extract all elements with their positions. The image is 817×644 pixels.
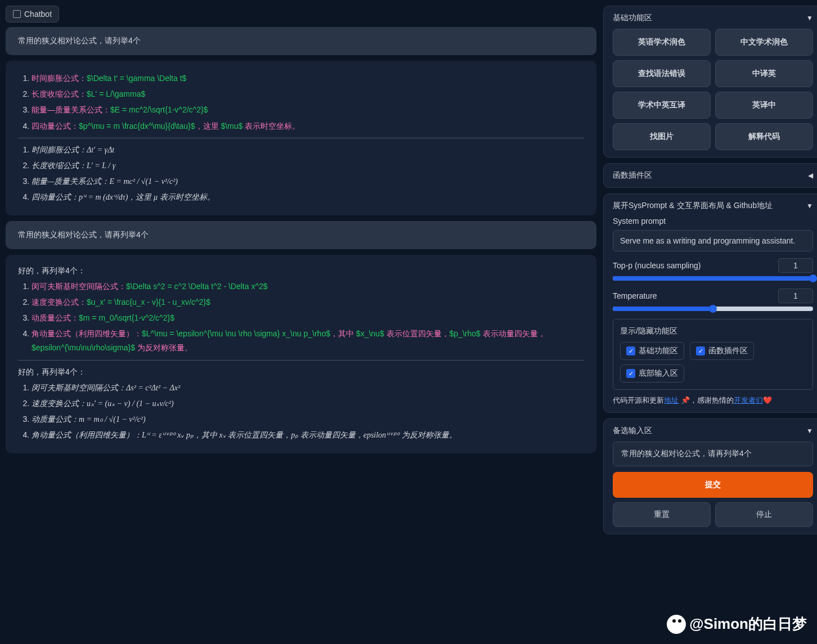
hide-group: 显示/隐藏功能区 ✓基础功能区 ✓函数插件区 ✓底部输入区 (613, 319, 813, 390)
topp-label: Top-p (nucleus sampling) (613, 261, 701, 270)
credits-link-devs[interactable]: 开发者们 (734, 396, 763, 404)
panel-basic-header[interactable]: 基础功能区 ▼ (613, 13, 813, 23)
chevron-down-icon: ▼ (806, 202, 813, 210)
bot2-intro: 好的，再列举4个： (18, 264, 584, 278)
user-message-text: 常用的狭义相对论公式，请列举4个 (18, 36, 141, 45)
btn-chn-polish[interactable]: 中文学术润色 (715, 29, 813, 56)
panel-alt-header[interactable]: 备选输入区 ▼ (613, 426, 813, 436)
list-item: 长度收缩公式：L′ = L / γ (32, 159, 584, 173)
submit-button[interactable]: 提交 (613, 472, 813, 498)
reset-button[interactable]: 重置 (613, 502, 711, 527)
list-item: 能量—质量关系公式：E = mc² / √(1 − v²/c²) (32, 174, 584, 188)
temp-label: Temperature (613, 291, 657, 300)
list-item: 角动量公式（利用四维矢量）：$L^\mu = \epsilon^{\mu \nu… (32, 327, 584, 355)
panel-expand-header[interactable]: 展开SysPrompt & 交互界面布局 & Github地址 ▼ (613, 201, 813, 211)
divider (18, 360, 584, 361)
bot1-raw-list: 时间膨胀公式：$\Delta t' = \gamma \Delta t$ 长度收… (18, 71, 584, 133)
temp-value[interactable]: 1 (778, 289, 813, 303)
bot2-intro2: 好的，再列举4个： (18, 365, 584, 379)
checkbox-icon: ✓ (626, 346, 635, 355)
topp-slider[interactable] (613, 276, 813, 281)
panel-expand: 展开SysPrompt & 交互界面布局 & Github地址 ▼ System… (603, 193, 817, 413)
system-prompt-label: System prompt (613, 217, 813, 226)
list-item: 动质量公式：$m = m_0/\sqrt{1-v^2/c^2}$ (32, 311, 584, 325)
btn-grammar[interactable]: 查找语法错误 (613, 60, 711, 87)
system-prompt-value: Serve me as a writing and programming as… (620, 236, 795, 245)
topp-row: Top-p (nucleus sampling) 1 (613, 258, 813, 281)
heart-icon: ❤️ (763, 396, 772, 404)
list-item: 闵可夫斯基时空间隔公式：$\Delta s^2 = c^2 \Delta t^2… (32, 280, 584, 294)
hide-title: 显示/隐藏功能区 (620, 326, 806, 336)
list-item: 闵可夫斯基时空间隔公式：Δs² = c²Δt² − Δx² (32, 381, 584, 395)
basic-buttons-grid: 英语学术润色 中文学术润色 查找语法错误 中译英 学术中英互译 英译中 找图片 … (613, 29, 813, 150)
tab-label: Chatbot (24, 10, 52, 19)
divider (18, 138, 584, 138)
chevron-down-icon: ▼ (806, 14, 813, 22)
chat-icon (13, 10, 21, 18)
btn-eng-to-chn[interactable]: 英译中 (715, 92, 813, 119)
panel-alt-input: 备选输入区 ▼ 常用的狭义相对论公式，请再列举4个 提交 重置 停止 (603, 418, 817, 534)
list-item: 四动量公式：pᵘ = m (dxᵘ/dτ)，这里 μ 表示时空坐标。 (32, 190, 584, 204)
bot2-rendered-list: 闵可夫斯基时空间隔公式：Δs² = c²Δt² − Δx² 速度变换公式：uₓ′… (18, 381, 584, 443)
list-item: 速度变换公式：$u_x' = \frac{u_x - v}{1 - u_xv/c… (32, 295, 584, 309)
btn-eng-polish[interactable]: 英语学术润色 (613, 29, 711, 56)
chk-plugin[interactable]: ✓函数插件区 (690, 342, 754, 360)
panel-basic-title: 基础功能区 (613, 13, 652, 23)
panel-alt-title: 备选输入区 (613, 426, 652, 436)
list-item: 能量—质量关系公式：$E = mc^2/\sqrt{1-v^2/c^2}$ (32, 103, 584, 117)
checkbox-icon: ✓ (696, 346, 705, 355)
list-item: 时间膨胀公式：$\Delta t' = \gamma \Delta t$ (32, 71, 584, 85)
pushpin-icon: 📌 (681, 396, 690, 404)
chk-bottom-input[interactable]: ✓底部输入区 (620, 364, 684, 382)
panel-plugin: 函数插件区 ◀ (603, 163, 817, 188)
temp-slider[interactable] (613, 307, 813, 311)
bot1-rendered-list: 时间膨胀公式：Δt′ = γΔt 长度收缩公式：L′ = L / γ 能量—质量… (18, 143, 584, 205)
list-item: 时间膨胀公式：Δt′ = γΔt (32, 143, 584, 157)
panel-expand-title: 展开SysPrompt & 交互界面布局 & Github地址 (613, 201, 773, 211)
user-message-1: 常用的狭义相对论公式，请列举4个 (6, 27, 596, 55)
panel-plugin-title: 函数插件区 (613, 170, 652, 181)
bot-message-1: 时间膨胀公式：$\Delta t' = \gamma \Delta t$ 长度收… (6, 61, 596, 215)
chevron-left-icon: ◀ (808, 172, 813, 179)
chevron-down-icon: ▼ (806, 427, 813, 435)
alt-input[interactable]: 常用的狭义相对论公式，请再列举4个 (613, 442, 813, 466)
list-item: 动质量公式：m = m₀ / √(1 − v²/c²) (32, 412, 584, 426)
list-item: 速度变换公式：uₓ′ = (uₓ − v) / (1 − uₓv/c²) (32, 397, 584, 411)
temp-row: Temperature 1 (613, 289, 813, 311)
tab-chatbot[interactable]: Chatbot (6, 6, 59, 22)
bot2-raw-list: 闵可夫斯基时空间隔公式：$\Delta s^2 = c^2 \Delta t^2… (18, 280, 584, 355)
panel-basic: 基础功能区 ▼ 英语学术润色 中文学术润色 查找语法错误 中译英 学术中英互译 … (603, 6, 817, 157)
system-prompt-input[interactable]: Serve me as a writing and programming as… (613, 230, 813, 251)
topp-value[interactable]: 1 (778, 258, 813, 273)
list-item: 四动量公式：$p^\mu = m \frac{dx^\mu}{d\tau}$，这… (32, 119, 584, 133)
stop-button[interactable]: 停止 (715, 502, 813, 527)
btn-find-image[interactable]: 找图片 (613, 123, 711, 150)
user-message-2: 常用的狭义相对论公式，请再列举4个 (6, 221, 596, 249)
list-item: 长度收缩公式：$L' = L/\gamma$ (32, 87, 584, 101)
credits-line: 代码开源和更新地址 📌，感谢热情的开发者们❤️ (613, 395, 813, 406)
chk-basic[interactable]: ✓基础功能区 (620, 342, 684, 360)
user-message-text: 常用的狭义相对论公式，请再列举4个 (18, 230, 149, 239)
panel-plugin-header[interactable]: 函数插件区 ◀ (613, 170, 813, 181)
alt-input-value: 常用的狭义相对论公式，请再列举4个 (621, 449, 752, 458)
list-item: 角动量公式（利用四维矢量）：Lᵘ = εᵘᵛᵖᵒ xᵥ pₚ，其中 xᵥ 表示位… (32, 428, 584, 442)
bot-message-2: 好的，再列举4个： 闵可夫斯基时空间隔公式：$\Delta s^2 = c^2 … (6, 255, 596, 453)
btn-explain-code[interactable]: 解释代码 (715, 123, 813, 150)
credits-link-repo[interactable]: 地址 (664, 396, 679, 404)
btn-chn-to-eng[interactable]: 中译英 (715, 60, 813, 87)
checkbox-icon: ✓ (626, 369, 635, 378)
btn-academic-trans[interactable]: 学术中英互译 (613, 92, 711, 119)
